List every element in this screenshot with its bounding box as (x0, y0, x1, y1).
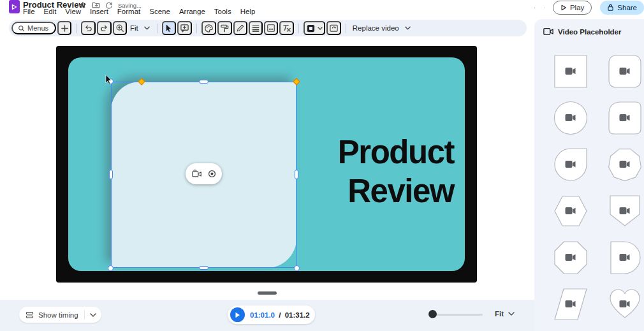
shape-tile-hexagon[interactable] (553, 193, 589, 230)
fit-dropdown-caret-icon[interactable] (144, 26, 150, 30)
zoom-fit-control[interactable]: Fit (495, 310, 515, 318)
playback-control: 01:01.0 / 01:31.2 (228, 305, 315, 324)
menu-bar: FileEditViewInsertFormatSceneArrangeTool… (18, 7, 260, 16)
toolbar: Menus Fit (9, 20, 527, 36)
menu-arrange[interactable]: Arrange (175, 7, 210, 16)
slide-title[interactable]: Product Review (338, 133, 454, 210)
shape-tile-teardrop[interactable] (553, 147, 589, 183)
redo-icon (99, 24, 109, 33)
undo-button[interactable] (81, 21, 96, 35)
cursor-icon (165, 24, 173, 33)
menu-edit[interactable]: Edit (40, 7, 61, 16)
video-placeholder-panel: Video Placeholder (534, 19, 644, 331)
handle-bottom-left[interactable] (108, 265, 113, 271)
share-button[interactable]: Share (600, 1, 644, 15)
menu-format[interactable]: Format (113, 7, 145, 16)
comments-icon[interactable] (544, 3, 545, 13)
mask-caret-icon (318, 27, 323, 30)
new-slide-button[interactable] (57, 21, 71, 35)
shape-tile-rounded-square[interactable] (607, 54, 643, 90)
fill-color-button[interactable] (201, 21, 216, 35)
placeholder-action-pill (186, 163, 222, 184)
panel-resize-handle[interactable] (258, 291, 277, 295)
shape-tile-heart[interactable] (607, 286, 643, 323)
video-placeholder-selection (111, 82, 296, 268)
pen-button[interactable] (233, 21, 247, 35)
handle-right-mid[interactable] (295, 170, 298, 179)
menu-insert[interactable]: Insert (85, 7, 113, 16)
share-button-label: Share (617, 4, 637, 11)
shape-tile-parallelogram[interactable] (553, 286, 589, 323)
shape-tile-half-round[interactable] (607, 240, 643, 276)
shape-tile-rounded-corner-square[interactable] (607, 100, 643, 136)
menu-tools[interactable]: Tools (210, 7, 236, 16)
image-fill-icon (267, 24, 275, 33)
redo-button[interactable] (97, 21, 112, 35)
play-logo-icon (11, 4, 17, 10)
menu-help[interactable]: Help (236, 7, 260, 16)
slide-title-line1: Product (338, 133, 454, 172)
shape-tile-nonagon[interactable] (607, 147, 643, 183)
line-weight-button[interactable] (249, 21, 263, 35)
clear-formatting-button[interactable] (279, 21, 294, 35)
version-history-icon[interactable] (534, 3, 536, 13)
handle-top-mid[interactable] (199, 80, 209, 84)
slide-title-line2: Review (338, 172, 454, 210)
handle-bottom-mid[interactable] (199, 266, 209, 270)
show-timing-button[interactable]: Show timing (19, 311, 84, 319)
palette-icon (204, 24, 214, 33)
play-filled-icon (235, 312, 240, 318)
select-tool-button[interactable] (162, 21, 176, 35)
add-comment-button[interactable] (177, 21, 192, 35)
shape-tile-square[interactable] (553, 54, 589, 90)
playback-play-button[interactable] (230, 307, 245, 322)
menu-view[interactable]: View (61, 7, 85, 16)
paint-roller-icon (220, 24, 230, 33)
zoom-slider-track[interactable] (434, 314, 483, 316)
handle-bottom-right[interactable] (294, 265, 300, 271)
shape-tile-octagon[interactable] (553, 240, 589, 276)
handle-left-mid[interactable] (109, 170, 113, 179)
google-vids-app: Product Review Saving... FileEditViewIns… (0, 0, 644, 331)
replace-image-button[interactable] (326, 21, 341, 35)
lock-icon (607, 4, 614, 11)
clear-format-icon (282, 24, 291, 33)
comment-add-icon (180, 24, 189, 33)
divider (157, 24, 157, 33)
replace-video-caret-icon[interactable] (405, 26, 411, 30)
search-icon (18, 25, 25, 32)
insert-video-icon[interactable] (192, 170, 202, 178)
replace-video-button[interactable]: Replace video (353, 24, 399, 32)
shape-tile-banner[interactable] (607, 193, 643, 230)
image-fill-button[interactable] (264, 21, 278, 35)
total-time: 01:31.2 (285, 311, 310, 319)
replace-image-icon (329, 24, 339, 33)
show-timing-dropdown[interactable] (85, 313, 101, 317)
zoom-slider-knob[interactable] (428, 310, 437, 318)
time-separator: / (279, 311, 281, 319)
play-icon (560, 4, 567, 11)
play-button[interactable]: Play (553, 1, 592, 15)
slide[interactable]: Product Review (68, 57, 465, 271)
pen-icon (236, 24, 245, 33)
undo-icon (84, 24, 93, 33)
chevron-down-icon (90, 313, 96, 317)
current-time: 01:01.0 (250, 311, 275, 319)
panel-title: Video Placeholder (558, 28, 622, 36)
divider (298, 24, 299, 33)
shape-tile-circle[interactable] (553, 100, 589, 136)
zoom-button[interactable] (113, 21, 127, 35)
divider (346, 24, 346, 33)
menu-scene[interactable]: Scene (145, 7, 175, 16)
menu-file[interactable]: File (18, 7, 40, 16)
menus-search-button[interactable]: Menus (11, 22, 56, 34)
zoom-fit-label: Fit (495, 310, 504, 318)
mask-shape-button[interactable] (304, 21, 325, 35)
mouse-cursor (105, 75, 113, 85)
zoom-fit-label[interactable]: Fit (130, 24, 138, 32)
record-icon[interactable] (208, 170, 216, 178)
plus-icon (61, 24, 69, 33)
paint-format-button[interactable] (217, 21, 232, 35)
mask-icon (306, 24, 316, 33)
show-timing-label: Show timing (38, 311, 78, 319)
